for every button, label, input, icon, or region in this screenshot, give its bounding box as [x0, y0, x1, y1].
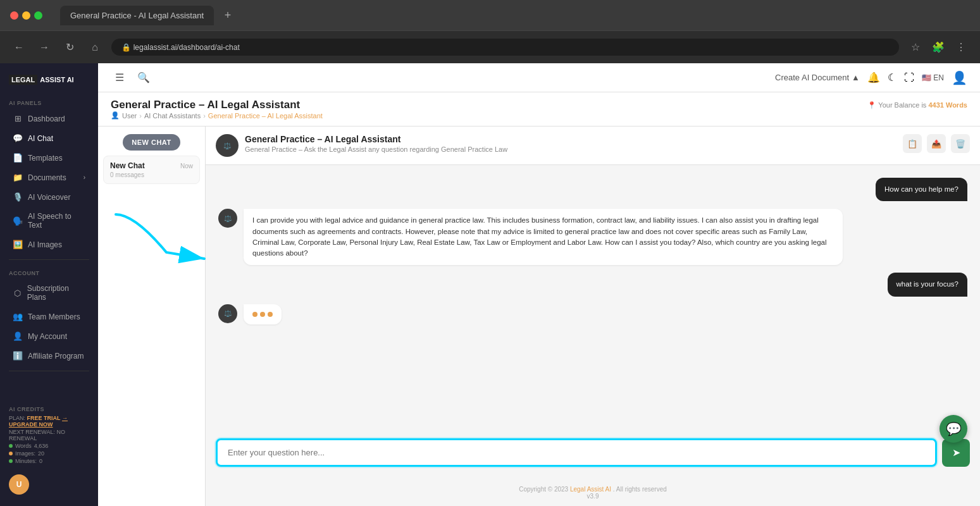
delete-chat-button[interactable]: 🗑️: [951, 134, 970, 153]
create-doc-label: Create AI Document: [775, 73, 849, 82]
forward-button[interactable]: →: [35, 39, 53, 56]
address-bar[interactable]: 🔒 legalassist.ai/dashboard/ai-chat: [111, 39, 899, 56]
close-traffic-light[interactable]: [10, 11, 18, 20]
expand-icon[interactable]: ⛶: [904, 72, 914, 83]
user-message-1-text: How can you help me?: [884, 185, 958, 193]
new-tab-button[interactable]: +: [219, 6, 237, 24]
sidebar-item-speech-label: AI Speech to Text: [28, 212, 85, 230]
credits-words: Words 4,636: [9, 443, 89, 449]
breadcrumb-current: General Practice – AI Legal Assistant: [208, 112, 323, 120]
chat-input-field[interactable]: [216, 438, 937, 467]
dashboard-icon: ⊞: [13, 114, 23, 123]
breadcrumb-ai-chat[interactable]: AI Chat Assistants: [144, 112, 201, 120]
words-count: 4,636: [34, 443, 49, 449]
user-bubble-2: what is your focus?: [888, 273, 967, 296]
typing-dots: [244, 304, 282, 324]
ai-message-1-text: I can provide you with legal advice and …: [252, 216, 827, 257]
sidebar-toggle-button[interactable]: ☰: [111, 69, 128, 87]
sidebar-item-affiliate-label: Affiliate Program: [28, 352, 84, 361]
images-icon: 🖼️: [13, 240, 23, 249]
logo-legal: LEGAL: [9, 75, 37, 85]
bell-icon[interactable]: 🔔: [867, 71, 880, 83]
chat-header: ⚖️ General Practice – AI Legal Assistant…: [206, 126, 980, 165]
user-profile-icon[interactable]: 👤: [952, 70, 967, 85]
browser-tab[interactable]: General Practice - AI Legal Assistant: [60, 6, 214, 25]
support-chat-bubble[interactable]: 💬: [940, 415, 967, 443]
chat-item-messages: 0 messages: [110, 171, 193, 178]
panels-section-label: AI PANELS: [0, 95, 98, 109]
ai-bubble-1: I can provide you with legal advice and …: [244, 209, 843, 265]
sidebar-item-documents[interactable]: 📁 Documents ›: [4, 168, 94, 187]
minutes-count: 0: [39, 458, 42, 464]
sidebar-item-ai-chat[interactable]: 💬 AI Chat: [4, 129, 94, 147]
back-button[interactable]: ←: [10, 39, 28, 56]
refresh-button[interactable]: ↻: [61, 39, 78, 56]
browser-titlebar: General Practice - AI Legal Assistant +: [0, 0, 980, 30]
documents-icon: 📁: [13, 173, 23, 182]
user-message-1: How can you help me?: [218, 178, 967, 201]
topbar-search-button[interactable]: 🔍: [135, 69, 152, 87]
sidebar-item-templates[interactable]: 📄 Templates: [4, 149, 94, 167]
footer-copyright: Copyright © 2023: [519, 486, 568, 493]
maximize-traffic-light[interactable]: [34, 11, 42, 20]
sidebar: LEGAL ASSIST AI AI PANELS ⊞ Dashboard 💬 …: [0, 63, 98, 506]
minimize-traffic-light[interactable]: [22, 11, 30, 20]
sidebar-divider-1: [9, 259, 89, 260]
chat-input-area: ➤: [206, 431, 980, 479]
menu-icon[interactable]: ⋮: [952, 39, 970, 56]
language-selector[interactable]: 🇺🇸 EN: [922, 73, 944, 82]
voiceover-icon: 🎙️: [13, 192, 23, 202]
sidebar-item-voiceover[interactable]: 🎙️ AI Voiceover: [4, 188, 94, 206]
sidebar-item-dashboard-label: Dashboard: [28, 114, 65, 123]
arrow-annotation: [103, 202, 200, 293]
balance-value: 4431 Words: [928, 101, 967, 109]
main-content: ☰ 🔍 Create AI Document ▲ 🔔 ☾ ⛶ 🇺🇸 EN 👤 G…: [98, 63, 980, 506]
sidebar-item-team-label: Team Members: [28, 312, 80, 321]
home-button[interactable]: ⌂: [86, 39, 104, 56]
chat-list-item[interactable]: New Chat Now 0 messages: [103, 156, 200, 184]
footer-rights: . All rights reserved: [613, 486, 667, 493]
extensions-icon[interactable]: 🧩: [929, 39, 947, 56]
tab-title: General Practice - AI Legal Assistant: [70, 11, 204, 20]
page-header: General Practice – AI Legal Assistant 📍 …: [98, 92, 980, 126]
sidebar-item-speech[interactable]: 🗣️ AI Speech to Text: [4, 207, 94, 234]
plan-label: PLAN:: [9, 415, 25, 421]
chat-header-actions: 📋 📤 🗑️: [903, 134, 970, 153]
account-section-label: ACCOUNT: [0, 265, 98, 279]
logo-assist: ASSIST AI: [40, 76, 73, 83]
sidebar-item-affiliate[interactable]: ℹ️ Affiliate Program: [4, 347, 94, 365]
sidebar-item-documents-label: Documents: [28, 173, 66, 182]
chat-header-info: ⚖️ General Practice – AI Legal Assistant…: [216, 134, 507, 157]
send-button[interactable]: ➤: [942, 439, 970, 467]
credits-plan: PLAN: FREE TRIAL → UPGRADE NOW: [9, 415, 89, 428]
minutes-label: Minutes:: [15, 458, 37, 464]
breadcrumb-sep-1: ›: [139, 112, 142, 120]
page-title: General Practice – AI Legal Assistant: [111, 99, 300, 111]
my-account-icon: 👤: [13, 331, 23, 341]
credits-images: Images: 20: [9, 450, 89, 457]
subscription-icon: ⬡: [13, 288, 22, 298]
sidebar-item-ai-chat-label: AI Chat: [28, 134, 53, 143]
copy-chat-button[interactable]: 📋: [903, 134, 922, 153]
images-label: Images:: [15, 450, 35, 457]
chat-list-panel: NEW CHAT New Chat Now 0 messages: [98, 126, 206, 506]
typing-dot-2: [260, 312, 265, 317]
sidebar-item-my-account[interactable]: 👤 My Account: [4, 327, 94, 345]
chat-subtitle: General Practice – Ask the Legal Assist …: [245, 145, 507, 153]
toolbar-icons: ☆ 🧩 ⋮: [907, 39, 970, 56]
sidebar-item-dashboard[interactable]: ⊞ Dashboard: [4, 109, 94, 128]
create-ai-document-button[interactable]: Create AI Document ▲: [775, 73, 860, 82]
traffic-lights: [10, 11, 42, 20]
browser-chrome: General Practice - AI Legal Assistant + …: [0, 0, 980, 63]
breadcrumb-user[interactable]: User: [122, 112, 137, 120]
sidebar-item-team[interactable]: 👥 Team Members: [4, 307, 94, 326]
new-chat-button[interactable]: NEW CHAT: [123, 134, 180, 151]
sidebar-item-subscription[interactable]: ⬡ Subscription Plans: [4, 280, 94, 306]
breadcrumb: 👤 User › AI Chat Assistants › General Pr…: [111, 111, 967, 126]
footer-brand[interactable]: Legal Assist AI: [570, 486, 611, 493]
moon-icon[interactable]: ☾: [888, 71, 896, 83]
sidebar-item-images[interactable]: 🖼️ AI Images: [4, 235, 94, 254]
star-icon[interactable]: ☆: [907, 39, 924, 56]
share-chat-button[interactable]: 📤: [927, 134, 946, 153]
user-avatar[interactable]: U: [9, 474, 29, 495]
